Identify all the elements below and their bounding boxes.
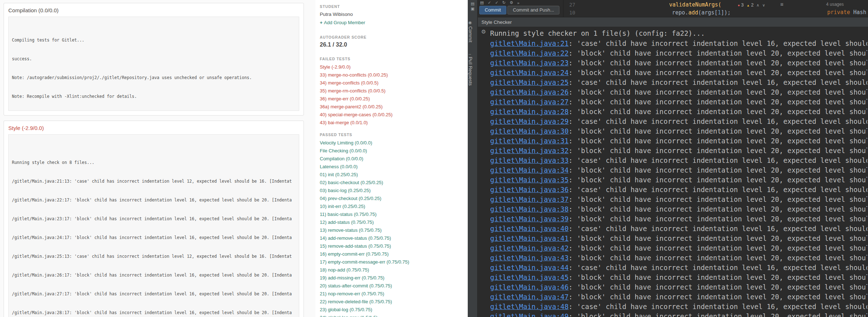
usages-hint[interactable]: 4 usages <box>826 2 844 7</box>
passed-test-link[interactable]: 15) remove-add-status (0.75/0.75) <box>320 242 464 250</box>
toolbar-icon[interactable]: ⚙ <box>510 0 513 5</box>
passed-test-link[interactable]: 02) basic-checkout (0.25/0.25) <box>320 179 464 187</box>
console-message: : 'case' child have incorrect indentatio… <box>568 117 867 125</box>
file-line-link[interactable]: gitlet\Main.java:46 <box>490 283 568 291</box>
code-token: (args[ <box>698 9 717 16</box>
passed-test-link[interactable]: 23) global-log (0.75/0.75) <box>320 306 464 314</box>
passed-test-link[interactable]: 14) add-remove-status (0.75/0.75) <box>320 234 464 242</box>
file-line-link[interactable]: gitlet\Main.java:45 <box>490 273 568 281</box>
style-checker-header[interactable]: Style Checker <box>478 17 868 27</box>
file-line-link[interactable]: gitlet\Main.java:30 <box>490 127 568 135</box>
file-line-link[interactable]: gitlet\Main.java:22 <box>490 49 568 57</box>
passed-test-link[interactable]: 16) empty-commit-err (0.75/0.75) <box>320 250 464 258</box>
next-problem-icon[interactable]: ∨ <box>762 3 765 8</box>
passed-test-link[interactable]: 12) add-status (0.75/0.75) <box>320 218 464 226</box>
file-line-link[interactable]: gitlet\Main.java:28 <box>490 108 568 116</box>
failed-test-link[interactable]: 34) merge-conflicts (0.0/0.5) <box>320 79 464 87</box>
tool-stripe-pull-requests[interactable]: ↕ Pull Requests <box>468 53 477 86</box>
console-line: gitlet\Main.java:40: 'case' child have i… <box>490 224 867 234</box>
autograder-score-value: 26.1 / 32.0 <box>320 42 464 48</box>
console-running-line: Running style checker on 1 file(s) (conf… <box>490 28 867 39</box>
editor-menu-icon[interactable]: ≡ <box>780 1 784 7</box>
output-line: /gitlet/Main.java:21:13: 'case' child ha… <box>12 179 296 184</box>
toolbar-icon[interactable]: ↻ <box>502 0 506 5</box>
file-line-link[interactable]: gitlet\Main.java:40 <box>490 225 568 233</box>
file-line-link[interactable]: gitlet\Main.java:48 <box>490 303 568 311</box>
passed-test-link[interactable]: 01) init (0.25/0.25) <box>320 171 464 179</box>
stripe-tool-icon[interactable]: ▤ <box>468 1 477 6</box>
passed-test-link[interactable]: 10) init-err (0.25/0.25) <box>320 203 464 210</box>
file-line-link[interactable]: gitlet\Main.java:31 <box>490 137 568 145</box>
console-message: : 'block' child have incorrect indentati… <box>568 59 867 67</box>
toolbar-icon[interactable]: ▤ <box>480 0 484 5</box>
file-line-link[interactable]: gitlet\Main.java:37 <box>490 195 568 203</box>
passed-test-link[interactable]: 17) empty-commit-message-err (0.75/0.75) <box>320 258 464 266</box>
file-line-link[interactable]: gitlet\Main.java:36 <box>490 186 568 194</box>
stripe-tool-icon[interactable]: ▣ <box>468 6 477 11</box>
file-line-link[interactable]: gitlet\Main.java:32 <box>490 147 568 155</box>
console-message: : 'block' child have incorrect indentati… <box>568 137 867 145</box>
passed-test-link[interactable]: 22) remove-deleted-file (0.75/0.75) <box>320 298 464 306</box>
passed-test-link[interactable]: Compilation (0.0/0.0) <box>320 155 464 163</box>
output-line: /gitlet/Main.java:26:17: 'block' child h… <box>12 273 296 278</box>
toolbar-icon[interactable]: ✓ <box>495 0 498 5</box>
file-line-link[interactable]: gitlet\Main.java:41 <box>490 234 568 242</box>
toolbar-icon[interactable]: » <box>517 1 519 5</box>
file-line-link[interactable]: gitlet\Main.java:42 <box>490 244 568 252</box>
file-line-link[interactable]: gitlet\Main.java:44 <box>490 264 568 272</box>
failed-test-link[interactable]: 40) special-merge-cases (0.0/0.25) <box>320 111 464 119</box>
file-line-link[interactable]: gitlet\Main.java:25 <box>490 78 568 86</box>
file-line-link[interactable]: gitlet\Main.java:43 <box>490 254 568 262</box>
console-message: : 'block' child have incorrect indentati… <box>568 283 867 291</box>
autograder-score-label: AUTOGRADER SCORE <box>320 35 464 39</box>
file-line-link[interactable]: gitlet\Main.java:21 <box>490 39 568 47</box>
file-line-link[interactable]: gitlet\Main.java:33 <box>490 156 568 164</box>
file-line-link[interactable]: gitlet\Main.java:34 <box>490 166 568 174</box>
file-line-link[interactable]: gitlet\Main.java:35 <box>490 176 568 184</box>
failed-test-link[interactable]: 36) merge-err (0.0/0.25) <box>320 95 464 103</box>
toolbar-icon[interactable]: ✓ <box>488 0 491 5</box>
file-line-link[interactable]: gitlet\Main.java:24 <box>490 69 568 77</box>
file-line-link[interactable]: gitlet\Main.java:23 <box>490 59 568 67</box>
file-line-link[interactable]: gitlet\Main.java:47 <box>490 293 568 301</box>
passed-test-link[interactable]: 20) status-after-commit (0.75/0.75) <box>320 282 464 290</box>
gear-icon[interactable]: ⚙ <box>478 27 489 36</box>
failed-test-link[interactable]: 43) bai-merge (0.0/1.0) <box>320 119 464 127</box>
commit-and-push-button[interactable]: Commit and Push... <box>507 6 559 14</box>
passed-test-link[interactable]: 18) nop-add (0.75/0.75) <box>320 266 464 274</box>
failed-test-link[interactable]: Style (-2.9/0.0) <box>320 63 464 71</box>
passed-test-link[interactable]: 21) nop-remove-err (0.75/0.75) <box>320 290 464 298</box>
passed-test-link[interactable]: 13) remove-status (0.75/0.75) <box>320 226 464 234</box>
passed-test-link[interactable]: 19) add-missing-err (0.75/0.75) <box>320 274 464 282</box>
file-line-link[interactable]: gitlet\Main.java:27 <box>490 98 568 106</box>
failed-test-link[interactable]: 36a) merge-parent2 (0.0/0.25) <box>320 103 464 111</box>
file-line-link[interactable]: gitlet\Main.java:39 <box>490 215 568 223</box>
failed-test-link[interactable]: 33) merge-no-conflicts (0.0/0.25) <box>320 71 464 79</box>
passed-test-link[interactable]: Lateness (0.0/0.0) <box>320 163 464 171</box>
console-line: gitlet\Main.java:31: 'block' child have … <box>490 136 867 146</box>
failed-test-link[interactable]: 35) merge-rm-conflicts (0.0/0.5) <box>320 87 464 95</box>
passed-test-link[interactable]: 11) basic-status (0.75/0.75) <box>320 210 464 218</box>
inspections-widget[interactable]: ● 3 ▲ 2 ∧ ∨ <box>738 3 765 8</box>
commit-button[interactable]: Commit <box>479 6 506 14</box>
console-message: : 'block' child have incorrect indentati… <box>568 88 867 96</box>
console-line: gitlet\Main.java:37: 'block' child have … <box>490 195 867 204</box>
file-line-link[interactable]: gitlet\Main.java:26 <box>490 88 568 96</box>
add-group-member-link[interactable]: +Add Group Member <box>320 20 365 25</box>
console-line: gitlet\Main.java:49: 'block' child have … <box>490 312 867 317</box>
method-call-token: add <box>688 9 698 16</box>
console-line: gitlet\Main.java:24: 'block' child have … <box>490 68 867 78</box>
file-line-link[interactable]: gitlet\Main.java:49 <box>490 312 568 317</box>
passed-test-link[interactable]: 04) prev-checkout (0.25/0.25) <box>320 195 464 203</box>
prev-problem-icon[interactable]: ∧ <box>756 3 759 8</box>
warning-icon: ▲ <box>746 4 750 7</box>
keyword-token: private <box>827 9 850 16</box>
passed-test-link[interactable]: 03) basic-log (0.25/0.25) <box>320 187 464 195</box>
passed-test-link[interactable]: Velocity Limiting (0.0/0.0) <box>320 139 464 147</box>
passed-test-link[interactable]: 24) global-log-prev (1.5/1.5) <box>320 314 464 317</box>
tool-stripe-commit[interactable]: ◉ Commit <box>468 20 477 42</box>
commit-stripe-label: Commit <box>468 26 473 43</box>
file-line-link[interactable]: gitlet\Main.java:38 <box>490 205 568 213</box>
file-line-link[interactable]: gitlet\Main.java:29 <box>490 117 568 125</box>
passed-test-link[interactable]: File Checking (0.0/0.0) <box>320 147 464 155</box>
